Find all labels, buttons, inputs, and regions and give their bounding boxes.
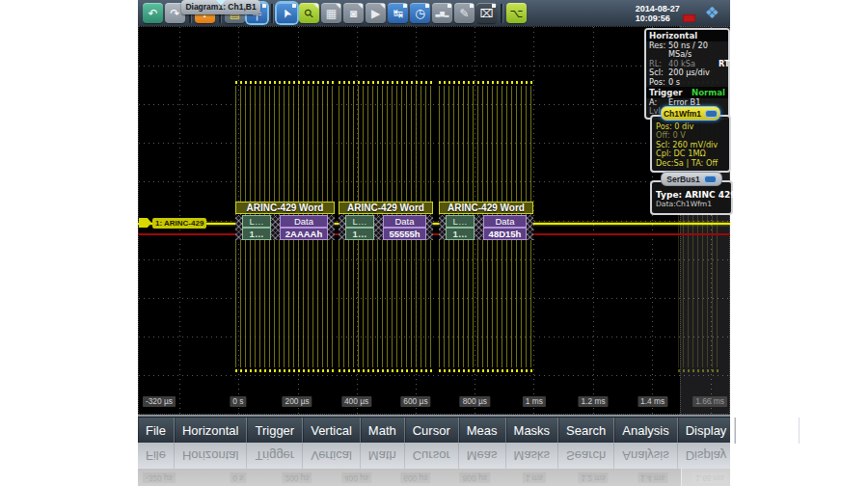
undo-button[interactable]: ↶: [143, 3, 163, 23]
axis-label: 0 s: [230, 396, 246, 407]
quick-meas-button[interactable]: ◷: [410, 3, 430, 23]
select-cursor-button[interactable]: ➤: [277, 3, 297, 23]
redo-icon: ↷: [170, 8, 179, 19]
reflection-menu-item: Search: [558, 443, 614, 469]
menu-item-analysis[interactable]: Analysis: [614, 418, 677, 444]
serbus1-tab[interactable]: SerBus1: [661, 172, 722, 186]
axis-label: 400 µs: [341, 396, 371, 407]
grid-hline: [139, 221, 729, 222]
minimize-icon[interactable]: [705, 110, 718, 118]
quick-meas-icon: ◷: [415, 8, 424, 19]
hatch-fill: [439, 215, 446, 240]
hatch-fill: [527, 215, 533, 240]
rs-logo-icon: ❖: [705, 5, 719, 21]
label-field-column: L…1…: [446, 215, 475, 240]
measurement-button[interactable]: ↹: [388, 3, 408, 23]
menu-item-search[interactable]: Search: [558, 418, 614, 444]
status-warning-icon: [683, 14, 695, 22]
time-text: 10:09:56: [636, 14, 680, 23]
hatch-fill: [339, 215, 345, 240]
grid-hline: [139, 337, 729, 338]
label-field-name: L…: [345, 215, 374, 228]
select-cursor-icon: ➤: [280, 6, 294, 19]
bus-signal-line: [138, 223, 730, 225]
measurement-icon: ↹: [393, 8, 402, 19]
annotation-button[interactable]: ✎: [454, 3, 475, 23]
decoded-word-box: ARINC-429 WordL…1…Data48D15h: [439, 202, 533, 240]
zoom-area-icon: ▦: [326, 8, 337, 19]
menu-item-horizontal[interactable]: Horizontal: [175, 418, 248, 444]
menu-item-meas[interactable]: Meas: [459, 418, 506, 444]
delete-icon: ⌧: [480, 8, 494, 19]
ch1wfm1-tab-label: Ch1Wfm1: [664, 109, 701, 119]
axis-label: 200 µs: [282, 396, 312, 407]
reflection-menu-item: Trigger: [247, 443, 303, 469]
protocol-icon: ⌥: [510, 8, 524, 19]
reflection-menu-item: Cursor: [405, 443, 459, 469]
row-key: Res:: [649, 41, 668, 60]
serbus-source: Data:Ch1Wfm1: [654, 200, 729, 210]
delete-button[interactable]: ⌧: [476, 3, 497, 23]
word-body: L…1…Data2AAAAh: [235, 215, 335, 240]
waveform-display[interactable]: ARINC-429 WordL…1…Data2AAAAhARINC-429 Wo…: [138, 26, 730, 417]
tab-diagram1[interactable]: Diagram1: Ch1,B1: [181, 0, 260, 14]
reflection-axis-label: 1.66 ms: [692, 472, 727, 483]
horizontal-row: Res:50 ns / 20 MSa/s: [646, 41, 728, 60]
ch1wfm1-body[interactable]: Pos: 0 divOff: 0 VScl: 260 mV/divCpl: DC…: [650, 115, 731, 173]
reflection-axis-label: 400 µs: [341, 472, 371, 483]
label-field-value: 1…: [242, 228, 271, 240]
date-text: 2014-08-27: [636, 4, 680, 14]
ch1wfm1-tab[interactable]: Ch1Wfm1: [661, 106, 720, 121]
menu-item-cursor[interactable]: Cursor: [405, 418, 459, 444]
data-field-value: 55555h: [383, 228, 426, 240]
reflection-menu-item: Meas: [459, 443, 506, 469]
horizontal-row: Pos:0 s: [646, 78, 728, 87]
bus-waveform-label[interactable]: 1: ARINC-429: [139, 217, 206, 229]
label-field-name: L…: [446, 215, 475, 228]
hatch-fill: [235, 215, 242, 240]
mask-test-button[interactable]: ◙: [343, 3, 364, 23]
reflection-menu-item: File: [138, 443, 175, 469]
axis-label: 800 µs: [460, 396, 490, 407]
reflection-menu-item: Analysis: [614, 443, 677, 469]
reflection-menubar: FileHorizontalTriggerVerticalMathCursorM…: [138, 443, 730, 469]
toolbar-separator: [271, 4, 273, 23]
label-field-column: L…1…: [242, 215, 271, 240]
row-value: 0 s: [668, 78, 719, 87]
ch1wfm1-panel[interactable]: Ch1Wfm1 Pos: 0 divOff: 0 VScl: 260 mV/di…: [650, 106, 731, 173]
report-icon: ▶: [371, 8, 380, 19]
protocol-button[interactable]: ⌥: [506, 3, 527, 23]
menu-item-file[interactable]: File: [138, 418, 175, 444]
data-field-name: Data: [383, 215, 426, 228]
zoom-icon: ⚲: [302, 6, 316, 20]
reflection-menu-item: Masks: [506, 443, 559, 469]
menu-item-math[interactable]: Math: [361, 418, 405, 444]
decoded-word-box: ARINC-429 WordL…1…Data55555h: [339, 202, 433, 240]
data-field-name: Data: [483, 215, 527, 228]
data-field-column: Data2AAAAh: [280, 215, 328, 240]
menu-item-tutorials[interactable]: Tutorials: [735, 418, 799, 444]
hatch-fill: [475, 215, 483, 240]
serbus1-tab-label: SerBus1: [666, 175, 700, 184]
menu-item-vertical[interactable]: Vertical: [303, 418, 361, 444]
report-button[interactable]: ▶: [366, 3, 386, 23]
zoom-area-button[interactable]: ▦: [321, 3, 341, 23]
data-field-value: 48D15h: [483, 228, 527, 240]
undo-icon: ↶: [148, 8, 157, 19]
zoom-button[interactable]: ⚲: [299, 3, 319, 23]
grid-hline: [139, 375, 729, 376]
serbus1-panel[interactable]: SerBus1 Type: ARINC 429 Data:Ch1Wfm1: [650, 172, 733, 215]
menu-item-masks[interactable]: Masks: [506, 418, 559, 444]
histogram-button[interactable]: ▃▆▂: [432, 3, 452, 23]
data-field-value: 2AAAAh: [280, 228, 328, 240]
grid-hline: [139, 66, 729, 67]
reflection-axis-label: -320 µs: [143, 472, 176, 483]
toolbar-separator: [501, 4, 502, 23]
reflection-axis-label: 1.4 ms: [637, 472, 667, 483]
menu-item-trigger[interactable]: Trigger: [247, 418, 303, 444]
data-field-column: Data55555h: [383, 215, 426, 240]
label-field-column: L…1…: [345, 215, 374, 240]
menu-item-display[interactable]: Display: [678, 418, 736, 444]
data-field-name: Data: [280, 215, 328, 228]
minimize-icon[interactable]: [704, 176, 717, 183]
